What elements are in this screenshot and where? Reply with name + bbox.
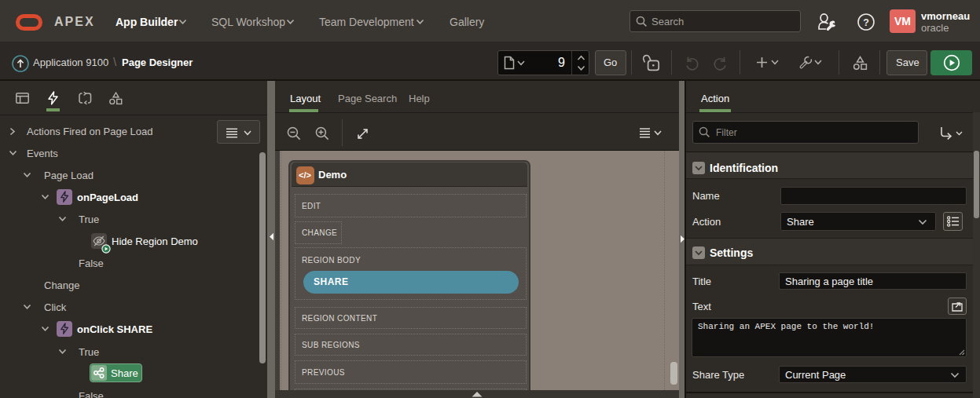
svg-text:?: ? <box>863 17 869 28</box>
